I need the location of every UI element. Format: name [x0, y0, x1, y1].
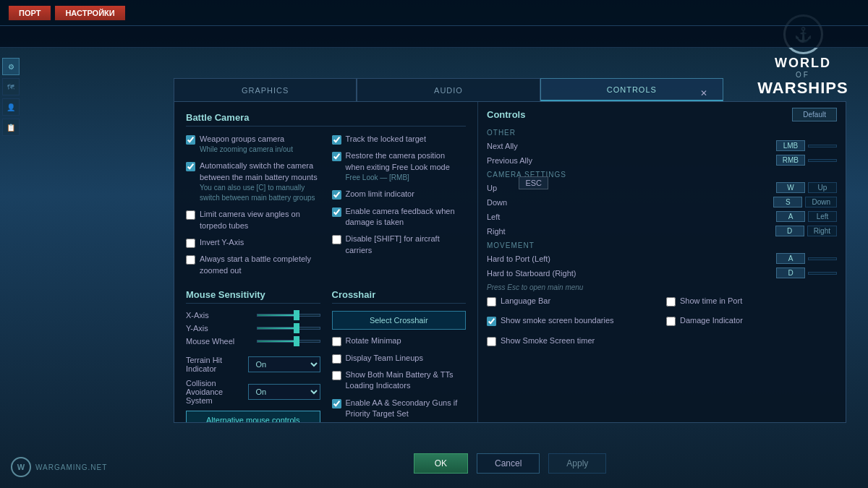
main-dialog: Battle Camera Weapon groups camera While… — [174, 101, 846, 423]
camera-option-1: Automatically switch the camera between … — [186, 160, 320, 203]
camera-option-5: Track the locked target — [332, 134, 467, 145]
wg-text: WARGAMING.NET — [35, 463, 107, 471]
camera-option-9: Disable [SHIFT] for aircraft carriers — [332, 234, 467, 256]
crosshair-opt-2: Show Both Main Battery & TTs Loading Ind… — [332, 369, 467, 392]
yaxis-row: Y-Axis — [186, 324, 320, 333]
camera-col-right: Track the locked target Restore the came… — [332, 134, 467, 282]
xaxis-slider[interactable] — [257, 314, 320, 317]
left-sidebar: ⚙ 🗺 👤 📋 — [0, 51, 22, 488]
left-panel: Battle Camera Weapon groups camera While… — [174, 102, 478, 422]
ctrl-cam-down: Down S Down — [487, 196, 837, 208]
crosshair-cb-1[interactable] — [332, 354, 341, 364]
second-bar — [0, 26, 868, 48]
top-bar: ПОРТ НАСТРОЙКИ — [0, 0, 868, 26]
tabs-row: GRAPHICS AUDIO CONTROLS — [174, 78, 723, 101]
camera-checkbox-1[interactable] — [186, 162, 195, 171]
right-panel: Controls Default Other Next Ally LMB Pre… — [478, 102, 846, 422]
sidebar-icon-1[interactable]: ⚙ — [2, 58, 20, 75]
xaxis-row: X-Axis — [186, 311, 320, 320]
check-smoke-bounds: Show smoke screen boundaries — [487, 315, 658, 326]
camera-checkbox-8[interactable] — [332, 207, 341, 217]
camera-option-3: Invert Y-Axis — [186, 237, 320, 248]
check-time-port: Show time in Port — [666, 296, 837, 307]
camera-option-2: Limit camera view angles on torpedo tube… — [186, 209, 320, 231]
controls-header: Controls Default — [487, 108, 837, 121]
camera-col-left: Weapon groups camera While zooming camer… — [186, 134, 320, 282]
crosshair-opt-1: Display Team Lineups — [332, 353, 467, 364]
logo-of: OF — [752, 71, 854, 79]
cb-damage-ind[interactable] — [666, 317, 676, 326]
cb-smoke-bounds[interactable] — [487, 317, 496, 326]
ctrl-port: Hard to Port (Left) A — [487, 252, 837, 265]
alt-mouse-button[interactable]: Alternative mouse controls — [186, 411, 320, 422]
ok-button[interactable]: OK — [414, 453, 468, 474]
default-button[interactable]: Default — [792, 108, 837, 121]
sensitivity-crosshair: Mouse Sensitivity X-Axis Y-Axis Mouse Wh… — [186, 289, 466, 422]
camera-checkbox-6[interactable] — [332, 152, 341, 161]
select-crosshair-button[interactable]: Select Crosshair — [332, 311, 467, 330]
category-other: Other — [487, 129, 837, 137]
sensitivity-title: Mouse Sensitivity — [186, 289, 320, 304]
controls-title: Controls — [487, 109, 525, 120]
wg-logo: W WARGAMING.NET — [11, 457, 107, 477]
camera-checkbox-9[interactable] — [332, 235, 341, 244]
cb-smoke-timer[interactable] — [487, 337, 496, 346]
mousewheel-slider[interactable] — [257, 340, 320, 343]
camera-checkbox-0[interactable] — [186, 135, 195, 145]
wg-icon: W — [11, 457, 31, 477]
ctrl-cam-right: Right D Right — [487, 225, 837, 237]
camera-checkbox-5[interactable] — [332, 135, 341, 145]
cancel-button[interactable]: Cancel — [477, 453, 540, 474]
camera-option-6: Restore the camera position when exiting… — [332, 150, 467, 183]
check-damage-ind: Damage Indicator — [666, 315, 837, 326]
camera-option-4: Always start a battle completely zoomed … — [186, 254, 320, 276]
logo-world: WORLD — [752, 56, 854, 71]
settings-button[interactable]: НАСТРОЙКИ — [55, 6, 124, 20]
camera-checkbox-2[interactable] — [186, 210, 195, 220]
bottom-checks: Language Bar Show time in Port Show smok… — [487, 296, 837, 352]
crosshair-title: Crosshair — [332, 289, 467, 304]
battle-camera-title: Battle Camera — [186, 112, 466, 127]
camera-option-0: Weapon groups camera While zooming camer… — [186, 134, 320, 155]
crosshair-opt-3: Enable AA & Secondary Guns if Priority T… — [332, 398, 467, 420]
tab-controls[interactable]: CONTROLS — [540, 78, 723, 101]
check-smoke-timer: Show Smoke Screen timer — [487, 335, 658, 346]
collision-row: Collision Avoidance System OnOff — [186, 379, 320, 405]
terrain-hit-select[interactable]: OnOff — [248, 356, 320, 372]
esc-hint: Press Esc to open main menu — [487, 283, 837, 291]
ctrl-cam-left: Left A Left — [487, 210, 837, 223]
camera-checkbox-3[interactable] — [186, 239, 195, 248]
apply-button[interactable]: Apply — [548, 453, 606, 474]
port-button[interactable]: ПОРТ — [9, 6, 51, 20]
crosshair-cb-3[interactable] — [332, 399, 341, 408]
terrain-hit-row: Terrain Hit Indicator OnOff — [186, 356, 320, 373]
cb-lang-bar[interactable] — [487, 297, 496, 307]
bottom-buttons: OK Cancel Apply — [174, 453, 846, 474]
cb-time-port[interactable] — [666, 297, 676, 307]
tab-audio[interactable]: AUDIO — [357, 78, 540, 101]
crosshair-col: Crosshair Select Crosshair Rotate Minima… — [332, 289, 467, 422]
sidebar-icon-3[interactable]: 👤 — [2, 98, 20, 116]
sidebar-icon-4[interactable]: 📋 — [2, 119, 20, 136]
sensitivity-col: Mouse Sensitivity X-Axis Y-Axis Mouse Wh… — [186, 289, 320, 422]
ctrl-starboard: Hard to Starboard (Right) D — [487, 267, 837, 279]
close-icon[interactable]: ✕ — [700, 88, 707, 98]
collision-select[interactable]: OnOff — [248, 384, 320, 400]
logo-warships: WARSHIPS — [752, 79, 854, 98]
battle-camera-options: Weapon groups camera While zooming camer… — [186, 134, 466, 282]
tab-graphics[interactable]: GRAPHICS — [174, 78, 357, 101]
camera-checkbox-7[interactable] — [332, 190, 341, 200]
ctrl-prev-ally: Previous Ally RMB — [487, 154, 837, 166]
crosshair-cb-2[interactable] — [332, 371, 341, 380]
camera-option-8: Enable camera feedback when damage is ta… — [332, 206, 467, 228]
camera-option-7: Zoom limit indicator — [332, 189, 467, 200]
yaxis-slider[interactable] — [257, 327, 320, 330]
crosshair-cb-0[interactable] — [332, 337, 341, 346]
camera-checkbox-4[interactable] — [186, 255, 195, 265]
mousewheel-row: Mouse Wheel — [186, 337, 320, 346]
ctrl-next-ally: Next Ally LMB — [487, 140, 837, 152]
esc-button[interactable]: ESC — [519, 176, 548, 189]
sidebar-icon-2[interactable]: 🗺 — [2, 78, 20, 95]
category-movement: Movement — [487, 241, 837, 249]
check-lang-bar: Language Bar — [487, 296, 658, 307]
